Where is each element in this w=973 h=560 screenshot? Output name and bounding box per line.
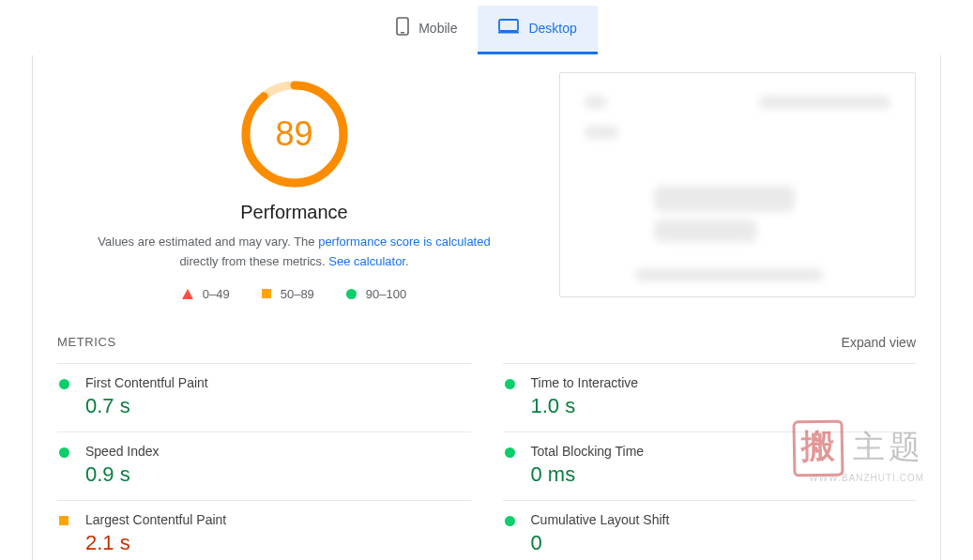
metric-name: Cumulative Layout Shift [531, 512, 915, 527]
circle-icon [59, 375, 72, 418]
metrics-heading: METRICS [57, 335, 116, 349]
metric-name: Speed Index [85, 444, 469, 459]
svg-rect-3 [498, 32, 519, 34]
metrics-grid: First Contentful Paint0.7 sTime to Inter… [33, 363, 940, 560]
desktop-icon [498, 19, 519, 37]
score-value: 89 [238, 78, 351, 190]
metric-value: 2.1 s [85, 531, 469, 555]
metric-value: 0 ms [531, 462, 915, 487]
svg-rect-2 [499, 20, 518, 31]
link-see-calculator[interactable]: See calculator [328, 254, 405, 268]
metric-row: Speed Index0.9 s [57, 431, 471, 500]
performance-title: Performance [240, 202, 348, 223]
metric-value: 0.7 s [85, 394, 469, 418]
tab-mobile-label: Mobile [418, 21, 457, 36]
tab-desktop[interactable]: Desktop [478, 6, 597, 54]
legend-bad: 0–49 [182, 287, 230, 301]
link-score-calc[interactable]: performance score is calculated [318, 235, 491, 249]
expand-view-toggle[interactable]: Expand view [842, 335, 916, 350]
legend-avg: 50–89 [262, 287, 314, 301]
tab-mobile[interactable]: Mobile [375, 6, 478, 54]
square-icon [59, 512, 72, 555]
mobile-icon [396, 17, 409, 38]
report-card: 89 Performance Values are estimated and … [32, 55, 941, 560]
circle-icon [505, 444, 518, 487]
square-icon [262, 289, 271, 298]
metric-value: 0.9 s [85, 462, 469, 487]
legend-good: 90–100 [346, 287, 406, 301]
score-gauge: 89 [238, 78, 351, 190]
tab-desktop-label: Desktop [528, 21, 576, 36]
metric-name: First Contentful Paint [85, 375, 469, 390]
circle-icon [505, 512, 518, 555]
metric-name: Largest Contentful Paint [85, 512, 469, 527]
circle-icon [59, 444, 72, 487]
svg-rect-1 [401, 32, 404, 33]
metric-row: First Contentful Paint0.7 s [57, 363, 471, 431]
metric-value: 0 [531, 531, 915, 555]
performance-description: Values are estimated and may vary. The p… [98, 233, 492, 272]
metric-row: Total Blocking Time0 ms [503, 431, 917, 500]
score-legend: 0–49 50–89 90–100 [182, 287, 406, 301]
metric-row: Cumulative Layout Shift0 [503, 500, 917, 560]
page-preview [559, 72, 916, 297]
circle-icon [505, 375, 518, 418]
triangle-icon [182, 289, 193, 299]
metric-name: Time to Interactive [531, 375, 915, 390]
metric-name: Total Blocking Time [531, 444, 915, 459]
device-tabs: Mobile Desktop [0, 0, 973, 55]
metric-row: Largest Contentful Paint2.1 s [57, 500, 471, 560]
circle-icon [346, 289, 357, 299]
metric-value: 1.0 s [531, 394, 915, 418]
metric-row: Time to Interactive1.0 s [503, 363, 917, 431]
